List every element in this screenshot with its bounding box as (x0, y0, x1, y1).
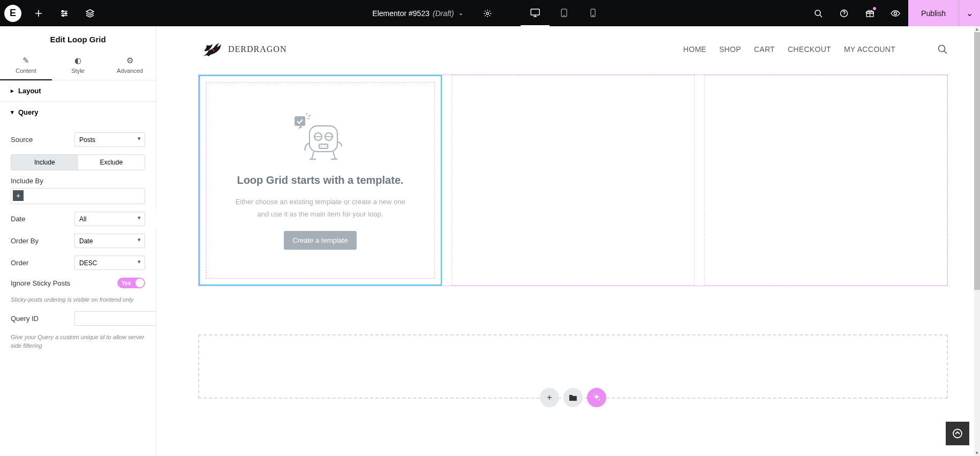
nav-account[interactable]: MY ACCOUNT (844, 45, 895, 54)
scroll-up-icon[interactable]: ▴ (974, 26, 980, 32)
publish-dropdown[interactable]: ⌄ (959, 0, 980, 26)
section-layout-toggle[interactable]: ▸ Layout (0, 80, 156, 101)
exclude-tab[interactable]: Exclude (78, 155, 145, 170)
include-tab[interactable]: Include (11, 155, 78, 170)
svg-point-14 (939, 46, 945, 52)
svg-rect-15 (310, 126, 337, 152)
sidebar-tabs: ✎ Content ◐ Style ⚙ Advanced (0, 51, 156, 80)
loop-description: Either choose an existing template or cr… (235, 196, 406, 220)
date-label: Date (11, 215, 25, 223)
query-id-input[interactable] (74, 311, 156, 326)
section-layout: ▸ Layout (0, 80, 156, 102)
date-select[interactable]: All (74, 212, 145, 226)
query-fields: Source Posts Include Exclude Include By … (0, 123, 156, 365)
header-search-icon[interactable] (937, 44, 948, 55)
tab-style[interactable]: ◐ Style (52, 51, 104, 80)
sidebar-title: Edit Loop Grid (0, 26, 156, 51)
loop-template-prompt: Loop Grid starts with a template. Either… (206, 82, 435, 279)
svg-point-6 (564, 15, 564, 16)
scrollbar-track[interactable]: ▴ ▾ (974, 26, 980, 456)
tab-style-label: Style (71, 68, 84, 74)
elementor-logo[interactable]: E (0, 1, 26, 26)
loop-cell-2[interactable] (451, 75, 695, 286)
topbar-center: Elementor #9523 (Draft) ⌄ (372, 0, 607, 26)
section-query-label: Query (18, 108, 39, 116)
svg-point-0 (62, 10, 64, 12)
site-header: DERDRAGON HOME SHOP CART CHECKOUT MY ACC… (198, 36, 948, 74)
svg-point-21 (593, 394, 594, 395)
topbar-right: Publish ⌄ (805, 0, 980, 26)
qid-label: Query ID (11, 315, 39, 323)
nav-menu: HOME SHOP CART CHECKOUT MY ACCOUNT (683, 45, 895, 54)
page-title[interactable]: Elementor #9523 (Draft) ⌄ (372, 9, 463, 18)
layers-icon[interactable] (77, 1, 103, 26)
svg-point-8 (593, 15, 593, 16)
top-bar: E Elementor #9523 (Draft) ⌄ Publish ⌄ (0, 0, 980, 26)
orderby-label: Order By (11, 237, 39, 245)
tab-content[interactable]: ✎ Content (0, 51, 52, 80)
include-by-input[interactable]: + (11, 188, 145, 204)
include-by-label: Include By (11, 177, 145, 185)
field-order: Order DESC (11, 256, 145, 270)
device-desktop[interactable] (521, 0, 550, 26)
nav-home[interactable]: HOME (683, 45, 706, 54)
svg-point-12 (894, 12, 897, 14)
settings-sliders-icon[interactable] (51, 1, 77, 26)
loop-cell-1[interactable]: Loop Grid starts with a template. Either… (199, 75, 442, 286)
field-date: Date All (11, 212, 145, 226)
add-icon[interactable] (26, 1, 51, 26)
add-widget-button[interactable]: + (540, 388, 559, 407)
nav-cart[interactable]: CART (754, 45, 775, 54)
page-status: (Draft) (433, 9, 454, 18)
chevron-down-icon[interactable]: ⌄ (458, 10, 463, 17)
sticky-toggle-text: Yes (122, 280, 131, 286)
scroll-down-icon[interactable]: ▾ (974, 450, 980, 456)
page-content: DERDRAGON HOME SHOP CART CHECKOUT MY ACC… (156, 26, 980, 420)
scrollbar-thumb[interactable] (974, 32, 980, 290)
device-mobile[interactable] (579, 0, 608, 26)
ai-button[interactable] (587, 388, 606, 407)
section-query-toggle[interactable]: ▾ Query (0, 102, 156, 123)
nav-shop[interactable]: SHOP (719, 45, 741, 54)
contrast-icon: ◐ (52, 56, 104, 65)
device-tablet[interactable] (550, 0, 579, 26)
source-select[interactable]: Posts (74, 132, 145, 147)
svg-point-9 (815, 10, 820, 16)
gear-icon: ⚙ (104, 56, 156, 65)
search-icon[interactable] (805, 1, 831, 26)
tab-content-label: Content (16, 68, 36, 74)
toggle-knob (135, 279, 144, 287)
source-select-wrap: Posts (74, 132, 145, 147)
order-select[interactable]: DESC (74, 256, 145, 270)
tab-advanced[interactable]: ⚙ Advanced (104, 51, 156, 80)
section-layout-label: Layout (18, 87, 41, 95)
sticky-label: Ignore Sticky Posts (11, 279, 70, 287)
svg-point-1 (65, 12, 67, 14)
publish-button[interactable]: Publish (908, 0, 959, 26)
site-logo[interactable]: DERDRAGON (198, 39, 287, 59)
page-settings-icon[interactable] (475, 1, 501, 26)
add-include-button[interactable]: + (13, 190, 24, 201)
field-sticky: Ignore Sticky Posts Yes (11, 278, 145, 288)
preview-icon[interactable] (883, 1, 908, 26)
gift-icon[interactable] (857, 1, 883, 26)
tab-advanced-label: Advanced (117, 68, 143, 74)
mascot-icon (288, 111, 352, 165)
sticky-toggle[interactable]: Yes (117, 278, 145, 288)
add-section-zone[interactable]: + (198, 334, 948, 399)
topbar-left: E (0, 1, 103, 26)
sticky-hint: Sticky-posts ordering is visible on fron… (11, 296, 145, 304)
add-template-button[interactable] (563, 388, 583, 407)
svg-point-3 (486, 12, 488, 14)
section-query: ▾ Query Source Posts Include Exclude In (0, 102, 156, 365)
back-to-top-button[interactable] (946, 422, 969, 445)
page-title-text: Elementor #9523 (372, 9, 429, 18)
orderby-select[interactable]: Date (74, 234, 145, 248)
create-template-button[interactable]: Create a template (284, 231, 356, 250)
caret-right-icon: ▸ (11, 87, 14, 94)
nav-checkout[interactable]: CHECKOUT (788, 45, 831, 54)
field-orderby: Order By Date (11, 234, 145, 248)
loop-grid-widget[interactable]: Loop Grid starts with a template. Either… (198, 74, 948, 286)
help-icon[interactable] (831, 1, 857, 26)
loop-cell-3[interactable] (704, 75, 947, 286)
